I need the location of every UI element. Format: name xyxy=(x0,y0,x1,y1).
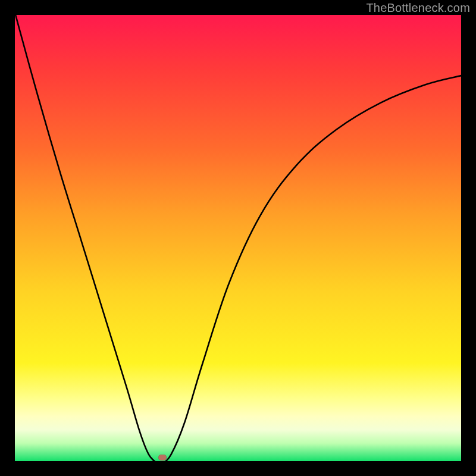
watermark-text: TheBottleneck.com xyxy=(366,1,470,15)
chart-plot-area xyxy=(15,15,461,461)
bottleneck-curve xyxy=(15,15,461,461)
optimal-point-marker xyxy=(158,455,167,461)
chart-frame: TheBottleneck.com xyxy=(0,0,476,476)
